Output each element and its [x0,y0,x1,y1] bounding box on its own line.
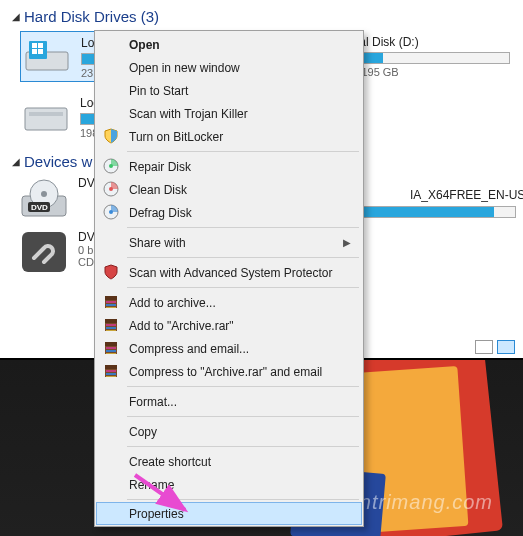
ctx-trojan[interactable]: Scan with Trojan Killer [97,102,361,125]
ctx-comprarmail-label: Compress to "Archive.rar" and email [129,365,322,379]
svg-rect-15 [22,232,66,272]
rar-icon [103,363,121,381]
svg-rect-31 [106,330,116,331]
svg-rect-38 [105,365,117,369]
drive-d-bar [340,52,510,64]
svg-rect-26 [106,307,116,308]
annotation-arrow [130,470,200,524]
section-hdd-header[interactable]: ◢ Hard Disk Drives (3) [6,6,513,31]
view-tiles-icon[interactable] [497,340,515,354]
svg-rect-9 [29,112,63,116]
svg-rect-29 [106,324,116,326]
hdd-icon [23,34,71,78]
device-dvd-name: DV [78,176,95,190]
ctx-bitlock[interactable]: Turn on BitLocker [97,125,361,148]
collapse-tri-icon[interactable]: ◢ [12,11,20,22]
hdd-icon [22,94,70,138]
view-mode-icons [475,340,515,354]
submenu-arrow-icon: ▶ [343,237,351,248]
ctx-trojan-label: Scan with Trojan Killer [129,107,248,121]
ctx-defrag-label: Defrag Disk [129,206,192,220]
ctx-addarch-label: Add to archive... [129,296,216,310]
svg-rect-2 [32,43,37,48]
device-tools-sub2: CD [78,256,95,268]
ctx-copy[interactable]: Copy [97,420,361,443]
ctx-pin[interactable]: Pin to Start [97,79,361,102]
ctx-copy-label: Copy [129,425,157,439]
ctx-open-label: Open [129,38,160,52]
svg-rect-30 [106,327,116,329]
ctx-compmail[interactable]: Compress and email... [97,337,361,360]
shield-icon [103,128,121,146]
ctx-share-label: Share with [129,236,186,250]
ctx-open[interactable]: Open [97,33,361,56]
tools-drive-icon [20,230,68,274]
svg-rect-33 [105,342,117,346]
shield-red-icon [103,264,121,282]
ctx-addrar-label: Add to "Archive.rar" [129,319,234,333]
device-tools-sub1: 0 b [78,244,95,256]
drive-d-name: Local Disk (D:) [340,35,511,49]
ctx-clean-label: Clean Disk [129,183,187,197]
svg-text:DVD: DVD [31,203,48,212]
ctx-clean[interactable]: Clean Disk [97,178,361,201]
rar-icon [103,317,121,335]
svg-point-12 [41,191,47,197]
ctx-compmail-label: Compress and email... [129,342,249,356]
svg-line-42 [135,475,185,510]
rar-icon [103,294,121,312]
svg-rect-40 [106,373,116,375]
svg-rect-8 [25,108,67,130]
ctx-shortcut-label: Create shortcut [129,455,211,469]
ctx-repair-label: Repair Disk [129,160,191,174]
disc-red-icon [103,181,121,199]
dvd-drive-icon: DVD [20,176,68,220]
svg-rect-25 [106,304,116,306]
section-dev-title: Devices w [24,153,92,170]
drive-d-free: e of 195 GB [340,66,511,78]
ctx-comprarmail[interactable]: Compress to "Archive.rar" and email [97,360,361,383]
svg-rect-39 [106,370,116,372]
svg-rect-35 [106,350,116,352]
ctx-addrar[interactable]: Add to "Archive.rar" [97,314,361,337]
svg-rect-4 [32,49,37,54]
ctx-defrag[interactable]: Defrag Disk [97,201,361,224]
svg-rect-24 [106,301,116,303]
svg-rect-34 [106,347,116,349]
svg-rect-23 [105,296,117,300]
disc-green-icon [103,158,121,176]
svg-rect-5 [38,49,43,54]
ctx-asp[interactable]: Scan with Advanced System Protector [97,261,361,284]
ctx-asp-label: Scan with Advanced System Protector [129,266,332,280]
disc-blue-icon [103,204,121,222]
view-details-icon[interactable] [475,340,493,354]
ctx-pin-label: Pin to Start [129,84,188,98]
ctx-share[interactable]: Share with▶ [97,231,361,254]
ctx-format-label: Format... [129,395,177,409]
device-tools-name: DV [78,230,95,244]
context-menu: OpenOpen in new windowPin to StartScan w… [94,30,364,527]
collapse-tri-icon[interactable]: ◢ [12,156,20,167]
iso-name: IA_X64FREE_EN-US_DV5 [410,188,523,202]
ctx-open-new-label: Open in new window [129,61,240,75]
ctx-format[interactable]: Format... [97,390,361,413]
section-hdd-title: Hard Disk Drives (3) [24,8,159,25]
svg-rect-3 [38,43,43,48]
svg-rect-36 [106,353,116,354]
svg-rect-28 [105,319,117,323]
ctx-bitlock-label: Turn on BitLocker [129,130,223,144]
rar-icon [103,340,121,358]
ctx-repair[interactable]: Repair Disk [97,155,361,178]
ctx-open-new[interactable]: Open in new window [97,56,361,79]
ctx-addarch[interactable]: Add to archive... [97,291,361,314]
svg-rect-41 [106,376,116,377]
